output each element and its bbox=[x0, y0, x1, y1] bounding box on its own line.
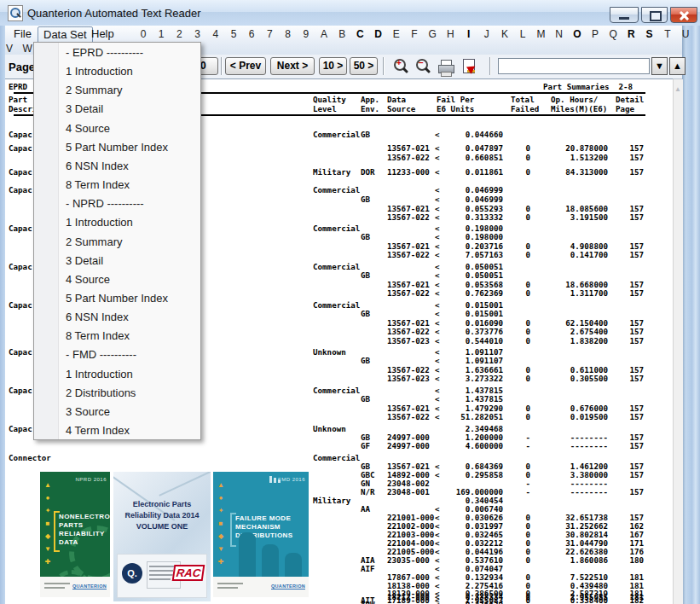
menu-item-3-source[interactable]: 3 Source bbox=[35, 403, 200, 421]
minimize-button[interactable] bbox=[610, 7, 639, 23]
toolbar-separator bbox=[489, 57, 491, 75]
cell-pg: 157 bbox=[607, 167, 644, 177]
maximize-button[interactable] bbox=[641, 7, 668, 23]
close-button[interactable] bbox=[670, 7, 697, 23]
letter-shortcut-8[interactable]: 8 bbox=[282, 28, 294, 40]
search-input[interactable] bbox=[498, 58, 650, 74]
letter-shortcut-L[interactable]: L bbox=[517, 28, 529, 40]
forward-10-button[interactable]: 10 > bbox=[319, 57, 347, 75]
cell-src: 13567-023 bbox=[387, 336, 430, 346]
letter-shortcut-6[interactable]: 6 bbox=[246, 28, 257, 40]
book-glyph-icon: ◆ bbox=[217, 530, 225, 543]
book-title: Electronic Parts Reliability Data 2014 V… bbox=[113, 499, 211, 532]
letter-shortcut-W[interactable]: W bbox=[21, 43, 33, 55]
letter-shortcut-G[interactable]: G bbox=[426, 28, 438, 40]
letter-shortcut-H[interactable]: H bbox=[444, 28, 456, 40]
menu-item-2-summary[interactable]: 2 Summary bbox=[35, 81, 200, 100]
letter-shortcut-E[interactable]: E bbox=[390, 28, 402, 40]
letter-shortcut-Q[interactable]: Q bbox=[607, 28, 619, 40]
menu-item-1-introduction[interactable]: 1 Introduction bbox=[35, 62, 200, 81]
cell-tot: - bbox=[493, 441, 530, 450]
letter-shortcut-A[interactable]: A bbox=[318, 28, 330, 40]
cell-env: GB bbox=[361, 394, 370, 404]
forward-50-button[interactable]: 50 > bbox=[350, 57, 378, 75]
print-button[interactable] bbox=[437, 57, 455, 76]
letter-shortcut-P[interactable]: P bbox=[589, 28, 601, 40]
letter-shortcut-K[interactable]: K bbox=[499, 28, 511, 40]
book-glyph-icon: ▲ bbox=[217, 479, 225, 491]
letter-shortcut-B[interactable]: B bbox=[336, 28, 348, 40]
menu-item-8-term-index[interactable]: 8 Term Index bbox=[35, 327, 200, 346]
letter-shortcut-7[interactable]: 7 bbox=[263, 28, 275, 40]
book-glyph-icon: ◆ bbox=[43, 530, 52, 543]
menu-item-2-summary[interactable]: 2 Summary bbox=[35, 233, 200, 252]
letter-shortcut-T[interactable]: T bbox=[662, 28, 674, 40]
letter-shortcut-V[interactable]: V bbox=[3, 43, 15, 55]
letter-shortcut-D[interactable]: D bbox=[373, 28, 385, 40]
letter-shortcut-I[interactable]: I bbox=[463, 28, 475, 40]
publisher-logo: QUANTERION bbox=[271, 584, 305, 589]
menu-item-8-term-index[interactable]: 8 Term Index bbox=[35, 176, 200, 195]
menu-item-4-term-index[interactable]: 4 Term Index bbox=[35, 421, 200, 440]
book-cover-nprd[interactable]: ▲●✦■◆▼✚ NPRD 2016 NONELECTRONIC PARTS RE… bbox=[40, 472, 110, 597]
search-prev-button[interactable]: ▲ bbox=[669, 57, 686, 75]
book-glyph-icon: ● bbox=[217, 491, 225, 504]
toolbar-separator bbox=[383, 57, 385, 75]
zoom-in-button[interactable]: + bbox=[391, 57, 410, 76]
letter-shortcut-4[interactable]: 4 bbox=[210, 28, 222, 40]
menu-item-eprd[interactable]: - EPRD ---------- bbox=[35, 44, 200, 62]
menu-item-fmd[interactable]: - FMD ---------- bbox=[35, 346, 200, 364]
table-row: ARW<0.476620 bbox=[5, 600, 670, 604]
letter-shortcut-S[interactable]: S bbox=[644, 28, 656, 40]
book-cover-fmd[interactable]: ▲●✦■◆▼✚ FMD 2016 FAILURE MODE MECHANISM … bbox=[213, 472, 309, 597]
menu-item-4-source[interactable]: 4 Source bbox=[35, 119, 200, 138]
menu-item-3-detail[interactable]: 3 Detail bbox=[35, 252, 200, 270]
letter-shortcut-O[interactable]: O bbox=[571, 28, 583, 40]
zoom-out-button[interactable]: − bbox=[414, 57, 432, 76]
menu-item-6-nsn-index[interactable]: 6 NSN Index bbox=[35, 157, 200, 176]
menu-item-5-part-number-index[interactable]: 5 Part Number Index bbox=[35, 138, 200, 157]
menu-item-6-nsn-index[interactable]: 6 NSN Index bbox=[35, 308, 200, 327]
cell-fail: 1.437815 bbox=[442, 394, 503, 404]
letter-shortcut-9[interactable]: 9 bbox=[300, 28, 312, 40]
cell-src: 13567-022 bbox=[387, 288, 430, 298]
vertical-scrollbar[interactable] bbox=[673, 79, 683, 604]
letter-shortcut-5[interactable]: 5 bbox=[228, 28, 240, 40]
next-page-button[interactable]: Next > bbox=[270, 57, 315, 75]
cell-lt: < bbox=[435, 412, 440, 421]
letter-shortcut-N[interactable]: N bbox=[553, 28, 565, 40]
menu-item-1-introduction[interactable]: 1 Introduction bbox=[35, 213, 200, 232]
letter-shortcut-M[interactable]: M bbox=[535, 28, 547, 40]
letter-shortcut-2[interactable]: 2 bbox=[173, 28, 185, 40]
letter-shortcut-1[interactable]: 1 bbox=[155, 28, 167, 40]
menu-item-nprd[interactable]: - NPRD ---------- bbox=[35, 195, 200, 213]
letter-shortcut-0[interactable]: 0 bbox=[137, 28, 149, 40]
menu-item-4-source[interactable]: 4 Source bbox=[35, 270, 200, 289]
quanterion-q-logo: Q. bbox=[122, 563, 142, 584]
menu-item-5-part-number-index[interactable]: 5 Part Number Index bbox=[35, 289, 200, 308]
letter-shortcut-C[interactable]: C bbox=[354, 28, 366, 40]
cell-pg: 157 bbox=[607, 288, 644, 298]
menu-item-1-introduction[interactable]: 1 Introduction bbox=[35, 365, 200, 384]
letter-shortcut-3[interactable]: 3 bbox=[192, 28, 204, 40]
prev-page-button[interactable]: < Prev bbox=[225, 57, 266, 75]
menu-item-2-distributions[interactable]: 2 Distributions bbox=[35, 384, 200, 403]
menu-help[interactable]: Help bbox=[86, 26, 119, 43]
menu-item-3-detail[interactable]: 3 Detail bbox=[35, 100, 200, 119]
letter-shortcut-R[interactable]: R bbox=[625, 28, 637, 40]
letter-shortcut-J[interactable]: J bbox=[481, 28, 493, 40]
book-glyph-icon: ▲ bbox=[43, 479, 52, 491]
search-next-button[interactable]: ▼ bbox=[651, 57, 668, 75]
scroll-up-arrow-icon[interactable]: ▲ bbox=[674, 85, 682, 94]
cell-q: Military bbox=[313, 167, 350, 177]
letter-shortcut-U[interactable]: U bbox=[680, 28, 691, 40]
menu-file[interactable]: File bbox=[9, 26, 37, 43]
cell-env: ARW bbox=[361, 600, 375, 604]
book-footer: Q. RAC bbox=[117, 554, 207, 598]
cell-desc: Capac bbox=[9, 167, 32, 177]
book-cover-eprd[interactable]: Electronic Parts Reliability Data 2014 V… bbox=[113, 472, 211, 601]
letter-shortcut-F[interactable]: F bbox=[408, 28, 420, 40]
cell-desc: Capac bbox=[9, 185, 32, 195]
export-button[interactable] bbox=[460, 57, 479, 76]
cell-fail: 0.046999 bbox=[442, 185, 503, 195]
